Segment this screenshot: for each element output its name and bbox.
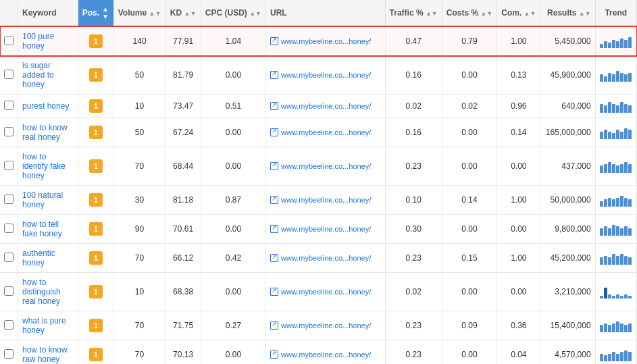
- trend-bar: [628, 257, 632, 265]
- kd-column-header[interactable]: KD ▲▼: [165, 0, 201, 26]
- url-link[interactable]: www.mybeeline.co...honey/: [270, 102, 381, 110]
- row-checkbox-cell: [0, 56, 18, 95]
- cpc-column-header[interactable]: CPC (USD) ▲▼: [201, 0, 265, 26]
- url-link[interactable]: www.mybeeline.co...honey/: [270, 350, 381, 359]
- keyword-link[interactable]: how to know raw honey: [22, 345, 68, 364]
- cpc-cell: 0.87: [201, 186, 265, 215]
- trend-bar: [608, 102, 611, 113]
- traffic-column-header[interactable]: Traffic % ▲▼: [385, 0, 442, 26]
- pos-column-header[interactable]: Pos. ▲▼: [78, 0, 113, 26]
- trend-bar: [612, 254, 615, 265]
- keyword-link[interactable]: is sugar added to honey: [22, 61, 54, 89]
- trend-chart: [600, 34, 632, 48]
- volume-column-header[interactable]: Volume ▲▼: [113, 0, 165, 26]
- row-checkbox[interactable]: [4, 194, 14, 204]
- url-cell: www.mybeeline.co...honey/: [265, 215, 385, 244]
- keyword-link[interactable]: how to distinguish real honey: [22, 278, 61, 306]
- table-row: 100 natural honey13081.180.87www.mybeeli…: [0, 186, 637, 215]
- row-checkbox-cell: [0, 186, 18, 215]
- keyword-link[interactable]: how to know real honey: [22, 123, 68, 142]
- com-column-header[interactable]: Com. ▲▼: [497, 0, 540, 26]
- trend-bar: [604, 256, 607, 265]
- keyword-link[interactable]: 100 pure honey: [22, 32, 54, 51]
- trend-bar: [604, 288, 607, 298]
- volume-cell: 90: [113, 215, 165, 244]
- row-checkbox[interactable]: [4, 320, 14, 330]
- trend-bar: [620, 228, 623, 236]
- costs-cell: 0.00: [442, 340, 497, 365]
- trend-bar: [624, 198, 628, 207]
- cpc-label: CPC (USD): [205, 8, 247, 18]
- trend-cell: [595, 311, 636, 340]
- pos-cell: 1: [78, 56, 113, 95]
- row-checkbox[interactable]: [4, 101, 14, 110]
- costs-column-header[interactable]: Costs % ▲▼: [442, 0, 497, 26]
- trend-bar: [620, 38, 623, 48]
- keyword-column-header[interactable]: Keyword: [18, 0, 78, 26]
- results-cell: 50,000,000: [540, 186, 595, 215]
- cpc-cell: 0.00: [201, 273, 265, 311]
- results-cell: 45,900,000: [540, 56, 595, 95]
- trend-bar: [616, 198, 619, 207]
- row-checkbox[interactable]: [4, 286, 14, 296]
- results-column-header[interactable]: Results ▲▼: [540, 0, 595, 26]
- keyword-link[interactable]: purest honey: [22, 101, 69, 111]
- trend-bar: [608, 162, 611, 173]
- trend-bar: [624, 162, 628, 173]
- keyword-link[interactable]: how to identify fake honey: [22, 152, 66, 180]
- url-link[interactable]: www.mybeeline.co...honey/: [270, 196, 381, 204]
- keyword-link[interactable]: authentic honey: [22, 249, 55, 267]
- url-cell: www.mybeeline.co...honey/: [265, 95, 385, 118]
- row-checkbox[interactable]: [4, 161, 14, 170]
- url-link[interactable]: www.mybeeline.co...honey/: [270, 162, 381, 170]
- trend-bar: [620, 102, 623, 113]
- kd-cell: 71.75: [165, 311, 201, 340]
- trend-bar: [612, 225, 615, 236]
- trend-chart: [600, 126, 632, 139]
- kd-cell: 70.61: [165, 215, 201, 244]
- url-cell: www.mybeeline.co...honey/: [265, 244, 385, 273]
- row-checkbox[interactable]: [4, 36, 14, 45]
- table-row: 100 pure honey114077.911.04www.mybeeline…: [0, 26, 637, 56]
- url-link[interactable]: www.mybeeline.co...honey/: [270, 254, 381, 262]
- row-checkbox[interactable]: [4, 127, 14, 136]
- row-checkbox-cell: [0, 118, 18, 147]
- trend-bar: [624, 294, 628, 298]
- row-checkbox[interactable]: [4, 70, 14, 79]
- sort-asc-icon: ▲▼: [102, 5, 109, 20]
- row-checkbox[interactable]: [4, 224, 14, 233]
- trend-bar: [628, 73, 632, 82]
- table-row: purest honey11073.470.51www.mybeeline.co…: [0, 95, 637, 118]
- com-cell: 0.00: [497, 147, 540, 186]
- trend-bar: [616, 130, 619, 139]
- trend-bar: [620, 164, 623, 173]
- kd-cell: 77.91: [165, 26, 201, 56]
- row-checkbox[interactable]: [4, 253, 14, 262]
- trend-cell: [595, 273, 636, 311]
- keywords-table: Keyword Pos. ▲▼ Volume ▲▼ KD ▲▼ CPC (USD…: [0, 0, 637, 364]
- trend-bar: [600, 228, 603, 236]
- keyword-link[interactable]: how to tell fake honey: [22, 219, 62, 238]
- com-cell: 1.00: [497, 26, 540, 56]
- com-cell: 0.96: [497, 95, 540, 118]
- keyword-cell: what is pure honey: [18, 311, 78, 340]
- external-link-icon: [270, 196, 278, 204]
- results-cell: 5,450,000: [540, 26, 595, 56]
- url-link[interactable]: www.mybeeline.co...honey/: [270, 288, 381, 296]
- trend-cell: [595, 56, 636, 95]
- url-link[interactable]: www.mybeeline.co...honey/: [270, 225, 381, 233]
- keyword-link[interactable]: what is pure honey: [22, 316, 66, 335]
- keyword-link[interactable]: 100 natural honey: [22, 190, 63, 209]
- url-link[interactable]: www.mybeeline.co...honey/: [270, 128, 381, 136]
- trend-bar: [620, 196, 623, 207]
- url-link[interactable]: www.mybeeline.co...honey/: [270, 37, 381, 45]
- trend-bar: [616, 105, 619, 113]
- results-cell: 9,800,000: [540, 215, 595, 244]
- traffic-cell: 0.16: [385, 118, 442, 147]
- url-link[interactable]: www.mybeeline.co...honey/: [270, 71, 381, 79]
- url-link[interactable]: www.mybeeline.co...honey/: [270, 321, 381, 330]
- row-checkbox[interactable]: [4, 349, 14, 359]
- pos-badge: 1: [89, 68, 103, 82]
- trend-bar: [628, 228, 632, 236]
- keyword-cell: how to distinguish real honey: [18, 273, 78, 311]
